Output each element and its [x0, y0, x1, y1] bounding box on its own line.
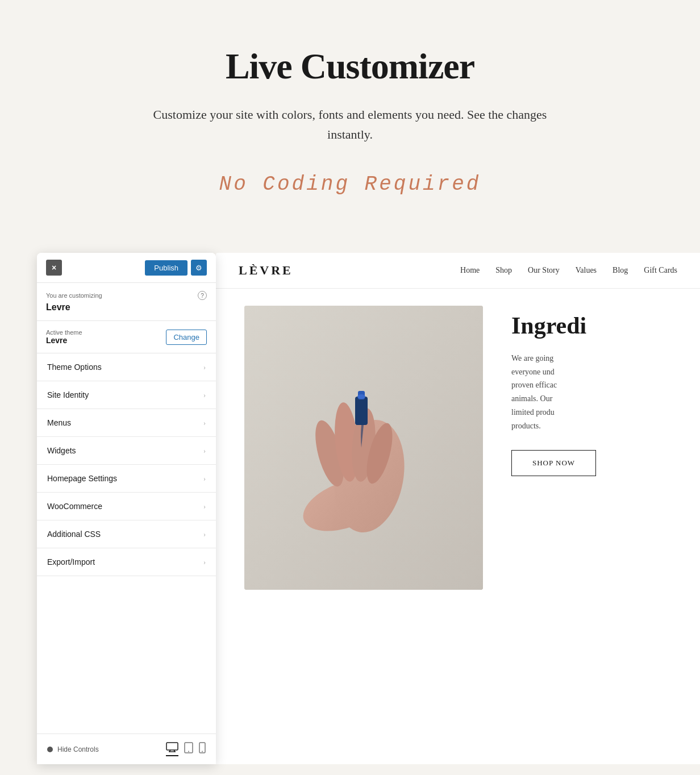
preview-navbar: LÈVRE HomeShopOur StoryValuesBlogGift Ca… — [216, 253, 700, 289]
menu-item-label-export-import: Export/Import — [47, 557, 95, 566]
preview-text-area: Ingredi We are goingeveryone undproven e… — [500, 289, 700, 630]
site-logo: LÈVRE — [239, 263, 293, 278]
customizing-name: Levre — [46, 302, 207, 312]
active-theme-label: Active theme — [46, 329, 82, 336]
svg-rect-15 — [355, 397, 368, 425]
no-coding-label: No Coding Required — [23, 173, 677, 196]
menu-item-label-widgets: Widgets — [47, 446, 76, 455]
customizer-header: × Publish ⚙ — [37, 253, 216, 283]
menu-item-label-woocommerce: WooCommerce — [47, 502, 102, 511]
nav-item-shop[interactable]: Shop — [495, 266, 512, 275]
gear-icon: ⚙ — [195, 264, 202, 272]
svg-point-7 — [202, 751, 203, 752]
publish-area: Publish ⚙ — [145, 260, 207, 276]
change-theme-button[interactable]: Change — [166, 330, 207, 345]
publish-button[interactable]: Publish — [145, 260, 188, 276]
menu-item-theme-options[interactable]: Theme Options › — [37, 353, 216, 381]
shop-now-button[interactable]: Shop Now — [511, 450, 596, 476]
chevron-right-icon: › — [203, 391, 206, 399]
menu-item-label-homepage-settings: Homepage Settings — [47, 474, 117, 483]
chevron-right-icon: › — [203, 474, 206, 483]
main-content: × Publish ⚙ You are customizing ? Levre … — [0, 253, 700, 764]
menu-item-widgets[interactable]: Widgets › — [37, 437, 216, 465]
desktop-icon[interactable] — [166, 742, 178, 756]
menu-item-export-import[interactable]: Export/Import › — [37, 548, 216, 576]
preview-hero-image — [244, 306, 483, 590]
nav-item-values[interactable]: Values — [576, 266, 597, 275]
active-theme-info: Active theme Levre — [46, 329, 82, 345]
customizer-menu: Theme Options › Site Identity › Menus › … — [37, 353, 216, 734]
chevron-right-icon: › — [203, 530, 206, 539]
active-theme-name: Levre — [46, 336, 82, 345]
nav-item-home[interactable]: Home — [460, 266, 480, 275]
help-icon[interactable]: ? — [198, 291, 207, 300]
nav-item-blog[interactable]: Blog — [612, 266, 628, 275]
menu-item-woocommerce[interactable]: WooCommerce › — [37, 493, 216, 520]
menu-item-site-identity[interactable]: Site Identity › — [37, 381, 216, 409]
chevron-right-icon: › — [203, 363, 206, 372]
menu-item-homepage-settings[interactable]: Homepage Settings › — [37, 465, 216, 493]
gear-button[interactable]: ⚙ — [191, 260, 207, 276]
svg-point-17 — [357, 394, 365, 399]
nav-item-gift-cards[interactable]: Gift Cards — [644, 266, 677, 275]
customizing-text: You are customizing — [46, 292, 102, 299]
preview-pane: LÈVRE HomeShopOur StoryValuesBlogGift Ca… — [216, 253, 700, 764]
circle-dot-icon — [47, 747, 53, 752]
tablet-icon[interactable] — [184, 742, 193, 756]
menu-item-menus[interactable]: Menus › — [37, 409, 216, 437]
menu-item-label-menus: Menus — [47, 418, 71, 427]
mobile-icon[interactable] — [199, 742, 206, 756]
hide-controls-label: Hide Controls — [57, 745, 99, 753]
nav-item-our-story[interactable]: Our Story — [528, 266, 560, 275]
svg-point-5 — [188, 751, 189, 752]
customizing-label: You are customizing ? — [46, 291, 207, 300]
preview-body-text: We are goingeveryone undproven efficacan… — [511, 352, 689, 433]
hero-title: Live Customizer — [23, 45, 677, 88]
device-icons — [166, 742, 206, 756]
hero-subtitle: Customize your site with colors, fonts a… — [151, 105, 549, 144]
chevron-right-icon: › — [203, 558, 206, 566]
svg-rect-0 — [166, 743, 178, 750]
chevron-right-icon: › — [203, 502, 206, 511]
preview-nav: HomeShopOur StoryValuesBlogGift Cards — [460, 266, 677, 275]
menu-item-additional-css[interactable]: Additional CSS › — [37, 520, 216, 548]
customizer-panel: × Publish ⚙ You are customizing ? Levre … — [37, 253, 216, 764]
customizer-info: You are customizing ? Levre — [37, 283, 216, 321]
menu-item-label-theme-options: Theme Options — [47, 363, 102, 372]
preview-body: Ingredi We are goingeveryone undproven e… — [216, 289, 700, 630]
active-theme-section: Active theme Levre Change — [37, 321, 216, 353]
hide-controls[interactable]: Hide Controls — [47, 745, 99, 753]
preview-heading: Ingredi — [511, 311, 689, 340]
hero-section: Live Customizer Customize your site with… — [0, 0, 700, 230]
customizer-footer: Hide Controls — [37, 734, 216, 764]
close-button[interactable]: × — [46, 260, 62, 276]
menu-item-label-additional-css: Additional CSS — [47, 530, 101, 539]
chevron-right-icon: › — [203, 447, 206, 455]
chevron-right-icon: › — [203, 419, 206, 427]
menu-item-label-site-identity: Site Identity — [47, 390, 89, 399]
